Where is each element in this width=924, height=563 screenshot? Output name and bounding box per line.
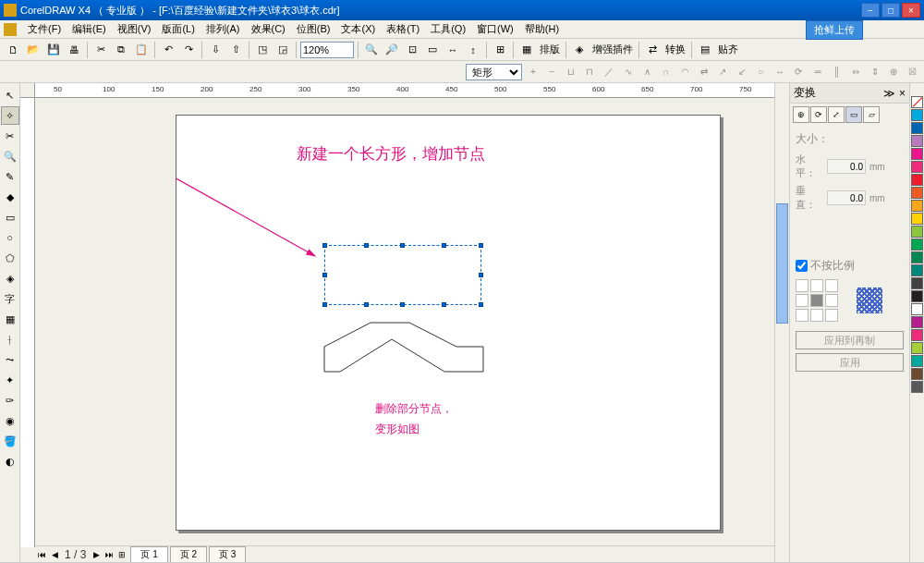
upload-button[interactable]: 抢鲜上传 [806,20,863,40]
node-reflectv-icon[interactable]: ⇕ [867,64,882,80]
node-rotate-icon[interactable]: ⟳ [791,64,807,80]
transform-size-icon[interactable]: ▭ [845,106,862,123]
zoom-page-icon[interactable]: ▭ [423,41,442,59]
basicshape-tool-icon[interactable]: ◈ [1,269,19,288]
node-alignh-icon[interactable]: ═ [810,64,826,80]
color-swatch[interactable] [911,161,923,173]
menu-排列(A)[interactable]: 排列(A) [201,22,246,36]
vertical-input[interactable] [827,190,866,205]
menu-文本(X)[interactable]: 文本(X) [335,22,381,36]
anchor-grid[interactable] [796,279,838,322]
save-icon[interactable]: 💾 [44,41,63,59]
maximize-button[interactable]: □ [881,3,900,18]
color-swatch[interactable] [911,213,923,225]
polygon-tool-icon[interactable]: ⬠ [1,249,19,267]
node-reverse-icon[interactable]: ⇄ [696,64,711,80]
keep-ratio-checkbox[interactable]: 不按比例 [796,258,904,274]
node-extract-icon[interactable]: ↙ [735,64,750,80]
close-button[interactable]: × [902,3,920,18]
welcome-icon[interactable]: ◲ [274,41,292,59]
node-elastic-icon[interactable]: ⊕ [886,64,902,80]
color-swatch[interactable] [911,329,923,341]
interactive-fill-icon[interactable]: ◐ [1,452,19,471]
node-extend-icon[interactable]: ↗ [715,64,731,80]
redo-icon[interactable]: ↷ [179,41,198,59]
transform-scale-icon[interactable]: ⤢ [828,106,845,123]
effects-tool-icon[interactable]: ✦ [1,371,19,389]
layout-icon[interactable]: ▦ [517,41,536,59]
color-swatch[interactable] [911,122,923,134]
modified-polygon-shape[interactable] [320,321,505,395]
menu-文件(F)[interactable]: 文件(F) [22,22,67,36]
zoom-tool-icon[interactable]: 🔍 [1,147,19,165]
ellipse-tool-icon[interactable]: ○ [1,228,19,247]
horizontal-ruler[interactable]: 5010015020025030035040045050055060065070… [35,83,774,98]
color-swatch[interactable] [911,355,923,367]
node-select-icon[interactable]: ☒ [905,64,920,80]
node-line-icon[interactable]: ／ [602,64,617,80]
node-reflecth-icon[interactable]: ⇔ [848,64,864,80]
print-icon[interactable]: 🖶 [65,41,83,59]
color-swatch[interactable] [911,187,923,199]
color-swatch[interactable] [911,251,923,263]
zoom-combo[interactable] [300,42,354,58]
node-smooth-icon[interactable]: ∩ [658,64,674,80]
color-swatch[interactable] [911,290,923,302]
color-swatch[interactable] [911,316,923,328]
node-alignv-icon[interactable]: ║ [829,64,845,80]
color-swatch[interactable] [911,264,923,276]
add-page-button[interactable]: ⊞ [116,548,128,561]
transform-position-icon[interactable]: ⊕ [793,106,809,123]
page-tab-1[interactable]: 页 1 [130,546,167,562]
smartfill-tool-icon[interactable]: ◆ [1,188,19,206]
color-swatch[interactable] [911,109,923,121]
canvas-viewport[interactable]: 新建一个长方形，增加节点 [35,98,774,545]
transform-skew-icon[interactable]: ▱ [863,106,880,123]
node-cusp-icon[interactable]: ∧ [639,64,655,80]
docker-title[interactable]: 变换 ≫ × [790,83,909,104]
node-break-icon[interactable]: ⊓ [582,64,598,80]
text-tool-icon[interactable]: 字 [1,289,19,308]
node-curve-icon[interactable]: ∿ [620,64,636,80]
color-swatch[interactable] [911,135,923,147]
import-icon[interactable]: ⇩ [206,41,225,59]
connector-tool-icon[interactable]: ⤳ [1,350,19,369]
zoom-out-icon[interactable]: 🔎 [383,41,401,59]
next-page-button[interactable]: ▶ [90,548,103,561]
zoom-height-icon[interactable]: ↕ [464,41,482,59]
pick-tool-icon[interactable]: ↖ [1,86,19,104]
transform-rotate-icon[interactable]: ⟳ [810,106,827,123]
color-swatch[interactable] [911,226,923,238]
snap-icon[interactable]: ⊞ [491,41,509,59]
ruler-origin[interactable] [20,83,35,98]
selected-rectangle[interactable] [324,245,481,305]
rectangle-tool-icon[interactable]: ▭ [1,208,19,226]
align-icon[interactable]: ▤ [696,41,714,59]
scrollbar-thumb[interactable] [776,203,788,324]
color-swatch[interactable] [911,381,923,393]
export-icon[interactable]: ⇧ [226,41,245,59]
node-sym-icon[interactable]: ◠ [677,64,693,80]
node-join-icon[interactable]: ⊔ [564,64,579,80]
first-page-button[interactable]: ⏮ [35,548,48,561]
menu-视图(V)[interactable]: 视图(V) [112,22,157,36]
node-add-icon[interactable]: + [526,64,541,80]
color-swatch[interactable] [911,342,923,354]
table-tool-icon[interactable]: ▦ [1,310,19,328]
menu-窗口(W)[interactable]: 窗口(W) [471,22,519,36]
new-icon[interactable]: 🗋 [4,41,22,59]
color-swatch[interactable] [911,148,923,160]
menu-表格(T)[interactable]: 表格(T) [381,22,425,36]
undo-icon[interactable]: ↶ [159,41,177,59]
cut-icon[interactable]: ✂ [91,41,110,59]
freehand-tool-icon[interactable]: ✎ [1,167,19,186]
zoom-in-icon[interactable]: 🔍 [362,41,381,59]
shape-type-combo[interactable]: 矩形 [466,64,522,80]
dimension-tool-icon[interactable]: ⟊ [1,330,19,349]
paste-icon[interactable]: 📋 [132,41,151,59]
plugin-icon[interactable]: ◈ [570,41,589,59]
color-swatch[interactable] [911,368,923,380]
menu-帮助(H)[interactable]: 帮助(H) [519,22,565,36]
menu-位图(B)[interactable]: 位图(B) [291,22,336,36]
open-icon[interactable]: 📂 [24,41,43,59]
